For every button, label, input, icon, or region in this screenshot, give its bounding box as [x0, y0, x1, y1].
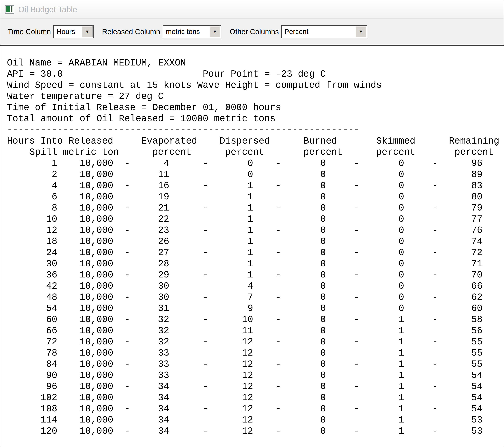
table-row: 24 10,000 - 27 - 1 - 0 - 0 - 72 [7, 247, 504, 258]
table-row: 2 10,000 11 0 0 0 89 [7, 169, 504, 180]
table-row: 1 10,000 - 4 - 0 - 0 - 0 - 96 [7, 158, 504, 169]
table-row: 108 10,000 - 34 - 12 - 0 - 1 - 54 [7, 403, 504, 414]
title-bar: Oil Budget Table [0, 0, 504, 19]
app-icon-dark-pane [11, 6, 12, 12]
info-line-water-temp: Water temperature = 27 deg C [7, 91, 504, 102]
table-row: 10 10,000 22 1 0 0 77 [7, 214, 504, 225]
report-area: Oil Name = ARABIAN MEDIUM, EXXON API = 3… [0, 46, 504, 447]
table-row: 42 10,000 30 4 0 0 66 [7, 280, 504, 292]
app-icon [5, 5, 14, 14]
time-column-value: Hours [54, 26, 81, 38]
table-row: 114 10,000 34 12 0 1 53 [7, 414, 504, 426]
other-columns-group: Other Columns Percent ▼ [230, 25, 367, 38]
time-column-select[interactable]: Hours ▼ [53, 25, 94, 38]
app-icon-green-pane [6, 6, 10, 12]
time-column-label: Time Column [8, 28, 51, 36]
table-row: 78 10,000 33 12 0 1 55 [7, 348, 504, 359]
table-row: 66 10,000 32 11 0 1 56 [7, 325, 504, 336]
released-column-value: metric tons [163, 26, 209, 38]
released-column-select[interactable]: metric tons ▼ [163, 25, 221, 38]
chevron-down-icon[interactable]: ▼ [210, 26, 220, 37]
budget-table: 1 10,000 - 4 - 0 - 0 - 0 - 96 2 10,000 1… [7, 158, 504, 437]
other-columns-label: Other Columns [230, 28, 279, 36]
table-row: 36 10,000 - 29 - 1 - 0 - 0 - 70 [7, 269, 504, 280]
info-line-oil-name: Oil Name = ARABIAN MEDIUM, EXXON [7, 57, 504, 69]
table-row: 120 10,000 - 34 - 12 - 0 - 1 - 53 [7, 426, 504, 437]
chevron-down-icon[interactable]: ▼ [356, 26, 366, 37]
window-title: Oil Budget Table [18, 5, 77, 14]
oil-budget-window: Oil Budget Table Time Column Hours ▼ Rel… [0, 0, 504, 447]
table-row: 12 10,000 - 23 - 1 - 0 - 0 - 76 [7, 225, 504, 236]
other-columns-select[interactable]: Percent ▼ [281, 25, 367, 38]
info-line-total-amount: Total amount of Oil Released = 10000 met… [7, 113, 504, 124]
table-row: 6 10,000 19 1 0 0 80 [7, 191, 504, 203]
table-row: 30 10,000 28 1 0 0 71 [7, 258, 504, 269]
released-column-label: Released Column [102, 28, 160, 36]
info-line-api-pour: API = 30.0 Pour Point = -23 deg C [7, 69, 504, 80]
table-row: 72 10,000 - 32 - 12 - 0 - 1 - 55 [7, 336, 504, 348]
table-row: 4 10,000 - 16 - 1 - 0 - 0 - 83 [7, 180, 504, 191]
table-header-line2: Spill metric ton percent percent percent… [7, 147, 504, 158]
table-row: 90 10,000 33 12 0 1 54 [7, 370, 504, 381]
table-row: 8 10,000 - 21 - 1 - 0 - 0 - 79 [7, 203, 504, 214]
time-column-group: Time Column Hours ▼ [8, 25, 94, 38]
table-row: 96 10,000 - 34 - 12 - 0 - 1 - 54 [7, 381, 504, 392]
chevron-down-icon[interactable]: ▼ [82, 26, 92, 37]
table-row: 84 10,000 - 33 - 12 - 0 - 1 - 55 [7, 359, 504, 370]
table-row: 60 10,000 - 32 - 10 - 0 - 1 - 58 [7, 314, 504, 325]
table-row: 102 10,000 34 12 0 1 54 [7, 392, 504, 403]
info-line-release-time: Time of Initial Release = December 01, 0… [7, 102, 504, 113]
table-row: 18 10,000 26 1 0 0 74 [7, 236, 504, 247]
table-row: 54 10,000 31 9 0 0 60 [7, 303, 504, 314]
other-columns-value: Percent [282, 26, 355, 38]
toolbar: Time Column Hours ▼ Released Column metr… [0, 19, 504, 45]
info-line-wind-wave: Wind Speed = constant at 15 knots Wave H… [7, 80, 504, 91]
table-row: 48 10,000 - 30 - 7 - 0 - 0 - 62 [7, 292, 504, 303]
separator-line: ----------------------------------------… [7, 124, 504, 135]
table-header-line1: Hours Into Released Evaporated Dispersed… [7, 135, 504, 147]
released-column-group: Released Column metric tons ▼ [102, 25, 221, 38]
